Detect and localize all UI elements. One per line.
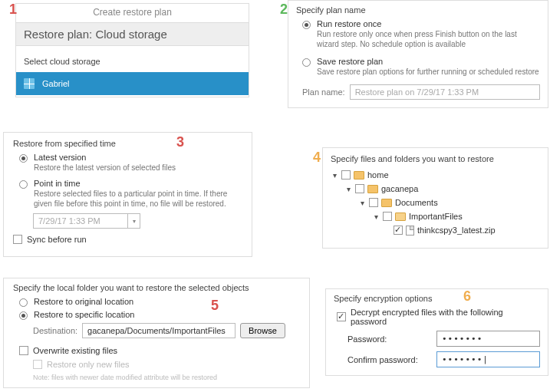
checkbox-icon[interactable] <box>355 184 364 193</box>
file-tree: ▾ home ▾ gacanepa ▾ Documents ▾ Importan… <box>331 168 540 237</box>
time-combo[interactable]: 7/29/17 1:33 PM ▾ <box>33 213 140 229</box>
browse-button[interactable]: Browse <box>240 323 285 338</box>
select-cloud-storage-label: Select cloud storage <box>16 46 249 72</box>
radio-original-location[interactable]: Restore to original location <box>19 297 300 307</box>
password-label: Password: <box>347 334 432 344</box>
radio-run-once-label: Run restore once <box>317 19 540 28</box>
radio-icon <box>19 298 28 307</box>
radio-run-once[interactable]: Run restore once Run restore only once w… <box>302 19 540 49</box>
destination-label: Destination: <box>33 326 77 335</box>
checkbox-icon <box>19 346 28 355</box>
step-number-2: 2 <box>280 2 288 18</box>
radio-pit-desc: Restore selected files to a particular p… <box>34 189 242 209</box>
radio-icon <box>19 311 28 320</box>
radio-run-once-desc: Run restore only once when press Finish … <box>317 29 540 49</box>
tree-node-user[interactable]: ▾ gacanepa <box>331 182 540 196</box>
decrypt-label: Decrypt encrypted files with the followi… <box>351 308 540 326</box>
radio-latest-label: Latest version <box>34 153 242 162</box>
page-title: Restore plan: Cloud storage <box>16 22 249 46</box>
checkbox-icon <box>337 312 346 321</box>
create-restore-plan-label: Create restore plan <box>16 4 249 22</box>
radio-latest-desc: Restore the latest version of selected f… <box>34 163 242 173</box>
storage-account-item[interactable]: Gabriel <box>16 72 249 95</box>
step-number-1: 1 <box>9 2 17 18</box>
overwrite-label: Overwrite existing files <box>33 346 117 355</box>
radio-point-in-time[interactable]: Point in time Restore selected files to … <box>19 179 242 209</box>
step-number-5: 5 <box>211 298 219 314</box>
folder-icon <box>367 185 378 193</box>
radio-save-plan-desc: Save restore plan options for further ru… <box>317 67 540 77</box>
panel-restore-time: Restore from specified time Latest versi… <box>3 132 252 257</box>
folder-icon <box>354 171 364 180</box>
sync-before-run-checkbox[interactable]: Sync before run <box>13 235 242 244</box>
radio-specific-location[interactable]: Restore to specific location <box>19 310 300 320</box>
step-number-6: 6 <box>463 288 471 305</box>
radio-save-plan-label: Save restore plan <box>317 57 540 66</box>
password-input[interactable]: ••••••• <box>436 331 540 347</box>
panel-cloud-storage: Create restore plan Restore plan: Cloud … <box>15 3 249 97</box>
plan-name-input[interactable]: Restore plan on 7/29/17 1:33 PM <box>350 84 540 100</box>
radio-icon <box>302 21 311 29</box>
destination-input[interactable]: gacanepa/Documents/ImportantFiles <box>82 323 235 338</box>
checkbox-icon <box>13 235 22 244</box>
windows-icon <box>24 78 35 89</box>
chevron-down-icon: ▾ <box>127 214 140 228</box>
checkbox-icon <box>33 360 42 369</box>
confirm-password-input[interactable]: •••••••| <box>436 351 540 367</box>
tree-node-importantfiles[interactable]: ▾ ImportantFiles <box>331 209 540 223</box>
panel6-title: Specify encryption options <box>334 294 540 303</box>
storage-account-name: Gabriel <box>42 79 69 88</box>
radio-specific-label: Restore to specific location <box>34 310 134 319</box>
decrypt-checkbox[interactable]: Decrypt encrypted files with the followi… <box>337 308 540 326</box>
expander-icon[interactable]: ▾ <box>372 212 380 221</box>
panel4-title: Specify files and folders you want to re… <box>331 154 540 163</box>
tree-node-file[interactable]: thinkcspy3_latest.zip <box>331 223 540 237</box>
tree-node-home[interactable]: ▾ home <box>331 168 540 182</box>
radio-save-plan[interactable]: Save restore plan Save restore plan opti… <box>302 57 540 77</box>
sync-before-run-label: Sync before run <box>27 235 87 244</box>
step-number-3: 3 <box>176 134 184 150</box>
radio-latest-version[interactable]: Latest version Restore the latest versio… <box>19 153 242 173</box>
panel2-title: Specify plan name <box>296 5 540 15</box>
radio-icon <box>302 58 311 67</box>
step-number-4: 4 <box>313 150 321 166</box>
checkbox-icon[interactable] <box>383 212 392 221</box>
panel-encryption: Specify encryption options Decrypt encry… <box>325 288 548 376</box>
tree-label: ImportantFiles <box>409 212 463 221</box>
file-icon <box>406 226 414 236</box>
radio-icon <box>19 154 28 163</box>
tree-node-documents[interactable]: ▾ Documents <box>331 196 540 209</box>
time-combo-value: 7/29/17 1:33 PM <box>34 214 127 228</box>
folder-open-icon <box>395 212 406 221</box>
tree-label: thinkcspy3_latest.zip <box>417 226 496 235</box>
only-new-checkbox: Restore only new files <box>33 360 300 369</box>
panel3-title: Restore from specified time <box>13 139 242 148</box>
tree-label: Documents <box>395 198 438 207</box>
radio-icon <box>19 180 28 189</box>
radio-original-label: Restore to original location <box>34 297 133 306</box>
overwrite-checkbox[interactable]: Overwrite existing files <box>19 346 300 355</box>
plan-name-label: Plan name: <box>302 87 345 97</box>
panel-plan-name: Specify plan name Run restore once Run r… <box>288 0 548 108</box>
expander-icon[interactable]: ▾ <box>344 185 352 193</box>
checkbox-icon[interactable] <box>369 198 378 207</box>
checkbox-icon[interactable] <box>341 170 351 180</box>
checkbox-icon[interactable] <box>394 226 403 235</box>
only-new-label: Restore only new files <box>47 360 130 369</box>
expander-icon[interactable]: ▾ <box>331 171 338 180</box>
note-text: Note: files with newer date modified att… <box>33 374 300 381</box>
confirm-password-label: Confirm password: <box>347 355 432 364</box>
expander-icon[interactable]: ▾ <box>358 199 366 207</box>
folder-icon <box>381 199 392 207</box>
panel-file-tree: Specify files and folders you want to re… <box>322 147 548 249</box>
radio-pit-label: Point in time <box>34 179 242 188</box>
panel-destination: Specify the local folder you want to res… <box>3 278 310 388</box>
tree-label: gacanepa <box>381 184 418 193</box>
panel5-title: Specify the local folder you want to res… <box>13 283 300 292</box>
tree-label: home <box>367 170 389 180</box>
